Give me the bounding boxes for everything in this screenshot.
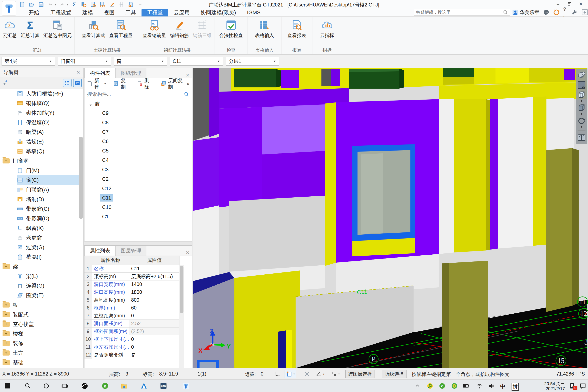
minimize-button[interactable]: – (552, 0, 564, 8)
nav-item-hidden-beam[interactable]: 暗梁(A) (0, 127, 83, 137)
tab-start[interactable]: 开始 (23, 8, 45, 16)
summary-calc-icon[interactable]: Σ (71, 1, 78, 8)
edit-rebar-icon[interactable] (108, 1, 115, 8)
ime-pinyin-indicator[interactable]: 拼 (512, 383, 519, 391)
component-group-row[interactable]: 窗 (84, 99, 192, 108)
view-rebar-icon[interactable] (99, 1, 106, 8)
feedback-bubble-icon[interactable] (543, 9, 550, 16)
nav-item-insulation-wall[interactable]: 保温墙(Q) (0, 118, 83, 127)
tab-modeling[interactable]: 建模 (77, 8, 98, 16)
nav-scrollbar-thumb[interactable] (79, 136, 83, 219)
tab-component-list[interactable]: 构件列表 (84, 68, 116, 78)
component-item[interactable]: C1 (84, 212, 192, 221)
nav-item-masonry-reinforcement[interactable]: 砌体加筋(Y) (0, 108, 83, 118)
nav-item-dormer[interactable]: 老虎窗 (0, 233, 83, 242)
copy-between-floors-button[interactable]: 层间复制 (168, 77, 185, 90)
component-item[interactable]: C2 (84, 174, 192, 184)
volume-icon[interactable] (488, 382, 495, 390)
more-tools-button[interactable]: » (187, 80, 190, 87)
save-icon[interactable] (38, 1, 44, 8)
table-input-button[interactable]: 表格输入 (253, 18, 276, 40)
new-component-icon[interactable] (87, 81, 93, 87)
tab-cloud-apps[interactable]: 云应用 (168, 8, 195, 16)
component-item[interactable]: C6 (84, 136, 192, 146)
wireframe-cube-icon[interactable] (577, 90, 586, 100)
sync-icon[interactable] (553, 9, 560, 16)
clock[interactable]: 20:54 周三 2021/2/17 (544, 381, 565, 391)
nav-item-beam[interactable]: 梁(L) (0, 271, 83, 281)
new-file-icon[interactable] (19, 1, 26, 8)
cad-app-icon[interactable]: CAD (160, 382, 167, 390)
tray-expand-icon[interactable] (414, 382, 421, 390)
chevron-down-icon[interactable]: ▾ (55, 3, 56, 6)
properties-scrollbar[interactable] (179, 265, 184, 368)
task-view-icon[interactable] (61, 382, 68, 390)
app-logo-icon[interactable] (2, 1, 16, 16)
tab-view[interactable]: 视图 (98, 8, 120, 16)
angle-tool[interactable]: ▾ (315, 370, 324, 378)
browser-app-icon[interactable] (81, 382, 88, 390)
coordinate-input-tool[interactable]: ▾ (330, 370, 340, 378)
copy-between-floors-icon[interactable] (160, 81, 166, 87)
ortho-snap-icon[interactable] (274, 370, 281, 378)
layer-dropdown[interactable]: 分层1▼ (226, 57, 279, 66)
polyline-select-button[interactable]: 折线选择 (382, 370, 406, 378)
close-button[interactable]: ✕ (575, 0, 586, 8)
chevron-down-icon[interactable]: ▾ (67, 3, 68, 6)
view-formula-icon[interactable] (80, 1, 87, 8)
rect-select-tool[interactable]: ▾ (284, 370, 296, 378)
component-item-selected[interactable]: C11 (84, 193, 192, 202)
close-icon[interactable]: ✕ (186, 72, 190, 78)
tab-layer-management[interactable]: 图层管理 (116, 246, 146, 256)
nav-folder-stairs[interactable]: +楼梯 (0, 329, 83, 338)
solid-cube-icon[interactable] (577, 103, 586, 112)
floor-dropdown[interactable]: 第4层▼ (2, 57, 55, 66)
nav-folder-slab[interactable]: +板 (0, 300, 83, 310)
2d-view-icon[interactable]: 2D (577, 80, 586, 90)
customize-toolbar-icon[interactable]: ≂ (137, 1, 144, 8)
component-item[interactable]: C9 (84, 108, 192, 118)
new-button[interactable]: 新建 (94, 77, 103, 90)
delete-button[interactable]: 删除 (144, 77, 153, 90)
chevron-down-icon[interactable]: ▼ (580, 100, 583, 103)
nav-item-wall-hole[interactable]: 墙洞(D) (0, 194, 83, 204)
wifi-icon[interactable] (476, 382, 483, 390)
ime-language-indicator[interactable]: 中 (500, 383, 506, 390)
delete-icon[interactable] (137, 81, 143, 87)
nav-item-lintel[interactable]: 过梁(G) (0, 242, 83, 252)
nav-item-curtain-wall[interactable]: 幕墙(Q) (0, 146, 83, 156)
taskbar-search-icon[interactable] (24, 382, 31, 390)
panel-view-icon[interactable] (73, 78, 82, 87)
legality-check-button[interactable]: 合法性检查 (217, 18, 245, 40)
search-icon[interactable] (503, 10, 508, 15)
add-plus-icon[interactable] (2, 80, 8, 86)
nav-folder-prefab[interactable]: +装配式 (0, 310, 83, 319)
add-doc-icon[interactable] (128, 1, 134, 8)
notifications-icon[interactable]: 5 (569, 382, 576, 390)
nav-item-ring-beam[interactable]: 圈梁(E) (0, 290, 83, 300)
nav-item-wall-pier[interactable]: 墙垛(E) (0, 137, 83, 146)
nav-item-door[interactable]: 门(M) (0, 166, 83, 175)
nav-item-niche[interactable]: 壁龛(I) (0, 252, 83, 262)
nav-folder-beam[interactable]: −梁 (0, 262, 83, 271)
nav-item-coupling-beam[interactable]: 连梁(G) (0, 281, 83, 290)
cortana-icon[interactable] (43, 382, 50, 390)
search-icon[interactable] (184, 92, 189, 97)
action-center-icon[interactable] (580, 382, 586, 390)
safety-tray-icon[interactable] (451, 382, 458, 390)
start-button[interactable] (4, 382, 11, 390)
edit-rebar-button[interactable]: 编辑钢筋 (168, 18, 191, 40)
summary-calculate-button[interactable]: Σ 汇总计算 (19, 18, 42, 40)
green-browser-icon[interactable]: e (102, 382, 108, 390)
chevron-down-icon[interactable]: ▼ (580, 113, 583, 116)
nav-item-civil-defense-doorframe-wall[interactable]: 人防门框墙(RF) (0, 89, 83, 98)
3d-viewport[interactable]: C11 Z X Y 11 12 3 15 P (193, 68, 588, 368)
nav-item-band-hole[interactable]: 带形洞(D) (0, 214, 83, 223)
list-view-icon[interactable] (63, 78, 72, 87)
help-search-box[interactable] (414, 9, 510, 16)
nav-item-bay-window[interactable]: 飘窗(X) (0, 223, 83, 233)
view-formula-button[interactable]: 查看计算式 (80, 18, 107, 40)
nav-folder-hollow-floor[interactable]: +空心楼盖 (0, 319, 83, 329)
nav-folder-doors-windows[interactable]: −门窗洞 (0, 156, 83, 166)
browser-tray-icon[interactable]: e (439, 382, 446, 390)
